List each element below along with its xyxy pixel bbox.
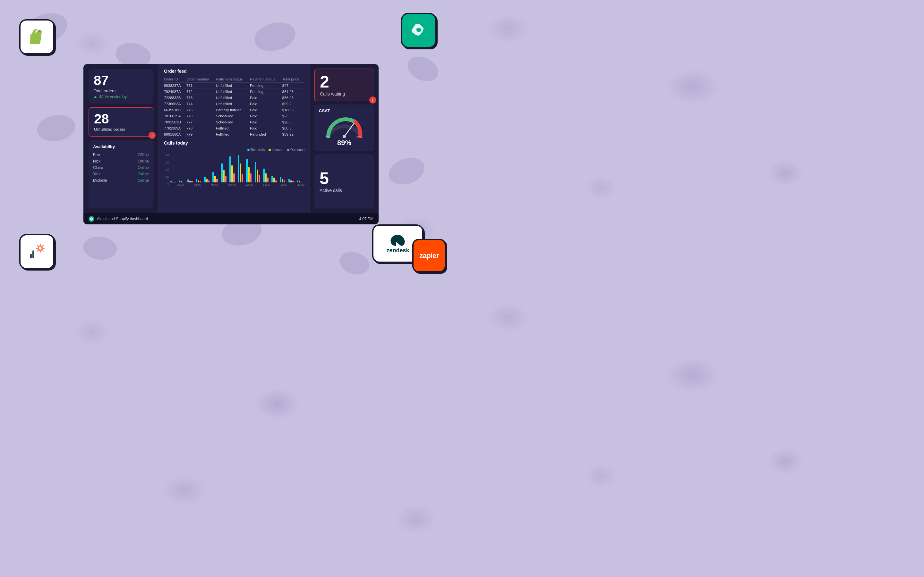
agent-row-michelle: Michelle Online	[93, 177, 149, 184]
bar-group	[297, 181, 304, 182]
csat-card: CSAT 0% 100%	[314, 105, 374, 151]
footer-time: 4:07 PM	[359, 217, 373, 221]
svg-line-11	[37, 250, 38, 251]
bar-total	[263, 169, 265, 182]
bar-inbound	[223, 170, 225, 182]
bar-total	[179, 181, 180, 182]
bar-total	[280, 177, 281, 182]
arrow-up-icon	[94, 96, 97, 98]
table-row: 7016625A 776 Scheduled Paid $23	[164, 113, 304, 119]
legend-outbound-dot	[287, 149, 289, 151]
bar-group	[170, 181, 178, 182]
footer-left: Aircall and Shopify dashboard	[89, 216, 148, 222]
bar-outbound	[242, 174, 243, 182]
bar-group	[179, 181, 186, 182]
hubspot-icon	[19, 234, 55, 269]
bar-group	[212, 172, 220, 182]
bar-group	[229, 156, 237, 182]
bar-outbound	[208, 181, 210, 182]
zapier-text: zapier	[419, 251, 439, 260]
calls-waiting-alert-badge: !	[369, 97, 376, 103]
agents-list: Ben Offline Nick Offline Claire Online Y…	[93, 152, 149, 184]
bar-inbound	[172, 182, 174, 182]
table-row: 7736663A 774 Unfulfilled Paid $99.2	[164, 101, 304, 107]
col-total: Total price	[282, 76, 304, 83]
bar-inbound	[248, 167, 250, 182]
bar-inbound	[273, 177, 275, 182]
active-calls-label: Active calls	[320, 188, 369, 193]
bar-inbound	[231, 165, 233, 182]
table-row: 7228832B 773 Unfulfilled Paid $66.28	[164, 95, 304, 101]
bar-outbound	[284, 181, 285, 182]
svg-line-9	[42, 250, 43, 251]
total-orders-number: 87	[94, 74, 148, 87]
order-feed: Order feed Order ID Order number Fulfilm…	[159, 64, 310, 137]
bar-outbound	[250, 173, 252, 182]
total-orders-label: Total orders	[94, 89, 148, 93]
bar-total	[221, 163, 223, 182]
aircall-icon	[401, 13, 436, 48]
zendesk-text: zendesk	[386, 247, 409, 254]
bar-outbound	[183, 182, 184, 182]
shopify-icon	[19, 19, 55, 55]
agent-row-nick: Nick Offline	[93, 158, 149, 164]
bar-total	[204, 177, 206, 182]
svg-rect-13	[30, 254, 32, 258]
bar-group	[271, 176, 279, 182]
svg-text:0%: 0%	[326, 135, 330, 138]
col-order-number: Order number	[186, 76, 216, 83]
bar-group	[221, 163, 229, 182]
footer-title: Aircall and Shopify dashboard	[97, 217, 148, 221]
bar-inbound	[257, 169, 258, 182]
bar-total	[297, 181, 298, 182]
agent-row-ben: Ben Offline	[93, 152, 149, 158]
svg-text:100%: 100%	[355, 135, 363, 138]
table-row: 7762389A 778 Fulfilled Paid $68.5	[164, 125, 304, 131]
bar-outbound	[216, 179, 218, 182]
gauge-container: 0% 100% 89%	[319, 116, 370, 147]
bar-outbound	[275, 181, 277, 182]
bar-total	[271, 176, 273, 182]
unfulfilled-orders-number: 28	[94, 112, 148, 126]
bar-outbound	[267, 177, 268, 182]
zapier-icon: zapier	[412, 239, 446, 272]
bar-outbound	[174, 182, 176, 182]
left-panel: 87 Total orders 44 Vs yesterday 28 Unful…	[83, 64, 159, 213]
bar-total	[229, 156, 231, 182]
bar-group	[280, 177, 288, 182]
table-row: 7091563D 777 Scheduled Paid $28.5	[164, 119, 304, 125]
calls-waiting-label: Calls waiting	[320, 91, 368, 97]
bar-total	[170, 181, 172, 182]
dashboard-footer: Aircall and Shopify dashboard 4:07 PM	[83, 213, 379, 224]
bar-outbound	[300, 182, 302, 182]
bar-total	[212, 172, 214, 182]
bar-inbound	[290, 181, 292, 182]
right-panel: 2 Calls waiting ! CSAT	[310, 64, 379, 213]
calls-waiting-card: 2 Calls waiting !	[314, 69, 374, 101]
chart-x-labels: 00:00 03:00 06:00 09:00 12:00 15:00 18:0…	[170, 183, 304, 186]
legend-inbound-dot	[268, 149, 271, 151]
agent-row-claire: Claire Online	[93, 164, 149, 171]
order-feed-title: Order feed	[164, 69, 304, 74]
bar-total	[255, 162, 256, 182]
chart-legend: Total calls Inbound Outbound	[164, 148, 304, 152]
unfulfilled-alert-badge: !	[149, 132, 156, 139]
order-table: Order ID Order number Fulfilment status …	[164, 76, 304, 137]
bar-inbound	[299, 181, 300, 182]
bar-total	[187, 179, 189, 182]
svg-line-10	[42, 245, 43, 246]
bar-outbound	[233, 173, 235, 182]
bar-group	[246, 159, 254, 182]
csat-percentage: 89%	[337, 139, 351, 147]
dashboard: 87 Total orders 44 Vs yesterday 28 Unful…	[83, 64, 379, 224]
bar-inbound	[214, 176, 216, 182]
bars-container	[170, 153, 304, 182]
bar-inbound	[240, 163, 241, 182]
chart-bars-area: 00:00 03:00 06:00 09:00 12:00 15:00 18:0…	[170, 153, 304, 185]
bar-inbound	[198, 181, 199, 182]
bar-outbound	[191, 181, 193, 182]
table-row: 6635518C 775 Partially fulfilled Paid $1…	[164, 107, 304, 113]
bar-outbound	[258, 175, 260, 182]
table-row: 8991560A 779 Fullfilled Refunded $89.22	[164, 131, 304, 137]
total-orders-card: 87 Total orders 44 Vs yesterday	[89, 69, 153, 103]
